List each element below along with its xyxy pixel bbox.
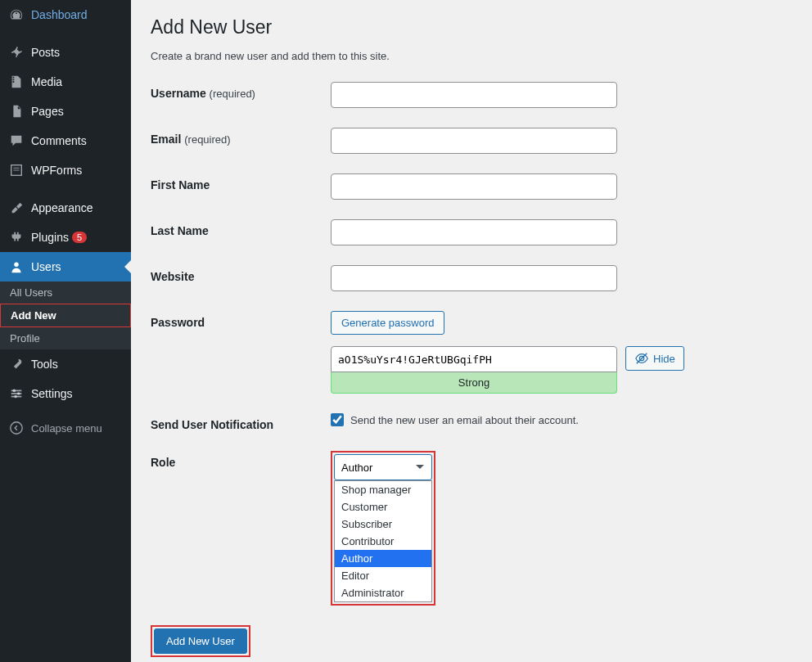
notification-checkbox[interactable]	[331, 413, 344, 426]
collapse-label: Collapse menu	[31, 422, 102, 435]
svg-point-9	[14, 395, 17, 399]
page-title: Add New User	[151, 16, 792, 38]
comment-icon	[8, 133, 25, 149]
svg-point-10	[11, 422, 22, 434]
main-content: Add New User Create a brand new user and…	[131, 0, 812, 662]
media-icon	[8, 74, 25, 90]
hide-password-button[interactable]: Hide	[625, 346, 684, 371]
email-input[interactable]	[331, 128, 617, 154]
pin-icon	[8, 44, 25, 61]
notification-label: Send User Notification	[151, 413, 331, 431]
svg-point-7	[13, 390, 16, 393]
notification-checkbox-wrap[interactable]: Send the new user an email about their a…	[331, 413, 792, 426]
sidebar-label: Plugins	[31, 231, 69, 244]
user-icon	[8, 259, 25, 275]
sidebar-item-pages[interactable]: Pages	[0, 97, 131, 126]
sidebar-item-appearance[interactable]: Appearance	[0, 193, 131, 223]
website-label: Website	[151, 265, 331, 283]
generate-password-button[interactable]: Generate password	[331, 311, 444, 335]
sidebar-item-dashboard[interactable]: Dashboard	[0, 0, 131, 29]
sidebar-label: Posts	[31, 46, 60, 59]
sidebar-item-settings[interactable]: Settings	[0, 379, 131, 408]
collapse-icon	[8, 420, 25, 436]
users-submenu: All Users Add New Profile	[0, 281, 131, 349]
dashboard-icon	[8, 7, 25, 23]
role-option-shop-manager[interactable]: Shop manager	[335, 481, 431, 498]
username-input[interactable]	[331, 82, 617, 108]
sidebar-item-media[interactable]: Media	[0, 67, 131, 97]
sidebar-item-comments[interactable]: Comments	[0, 126, 131, 155]
form-icon	[8, 162, 25, 178]
lastname-label: Last Name	[151, 219, 331, 237]
role-option-contributor[interactable]: Contributor	[335, 533, 431, 550]
role-option-administrator[interactable]: Administrator	[335, 584, 431, 601]
submenu-add-new[interactable]: Add New	[0, 304, 131, 327]
page-icon	[8, 103, 25, 119]
password-label: Password	[151, 311, 331, 329]
role-option-editor[interactable]: Editor	[335, 567, 431, 584]
collapse-menu[interactable]: Collapse menu	[0, 413, 131, 443]
role-dropdown: Shop manager Customer Subscriber Contrib…	[334, 480, 432, 602]
plugins-badge: 5	[72, 232, 87, 243]
role-option-customer[interactable]: Customer	[335, 498, 431, 516]
sidebar-label: Media	[31, 75, 62, 88]
sidebar-item-posts[interactable]: Posts	[0, 38, 131, 67]
password-strength: Strong	[331, 372, 617, 394]
website-input[interactable]	[331, 265, 617, 291]
add-new-user-button[interactable]: Add New User	[154, 628, 247, 654]
username-label: Username (required)	[151, 82, 331, 100]
brush-icon	[8, 200, 25, 216]
notification-text: Send the new user an email about their a…	[350, 414, 579, 426]
role-select[interactable]	[334, 454, 432, 480]
page-subtitle: Create a brand new user and add them to …	[151, 50, 792, 62]
sidebar-label: Settings	[31, 387, 73, 400]
role-option-subscriber[interactable]: Subscriber	[335, 516, 431, 533]
settings-icon	[8, 385, 25, 402]
svg-point-3	[14, 263, 18, 267]
sidebar-item-users[interactable]: Users	[0, 252, 131, 281]
role-highlight: Shop manager Customer Subscriber Contrib…	[331, 451, 435, 606]
submit-highlight: Add New User	[151, 625, 250, 657]
plugin-icon	[8, 229, 25, 245]
sidebar-label: Pages	[31, 105, 64, 118]
sidebar-label: Comments	[31, 134, 87, 147]
sidebar-label: Appearance	[31, 201, 93, 214]
sidebar-label: WPForms	[31, 164, 82, 177]
eye-slash-icon	[634, 351, 649, 366]
svg-point-8	[17, 392, 20, 395]
admin-sidebar: Dashboard Posts Media Pages Comments WPF…	[0, 0, 131, 662]
submenu-profile[interactable]: Profile	[0, 327, 131, 349]
firstname-label: First Name	[151, 173, 331, 191]
sidebar-label: Users	[31, 260, 61, 273]
password-input[interactable]	[331, 346, 617, 372]
role-option-author[interactable]: Author	[335, 550, 431, 567]
sidebar-item-tools[interactable]: Tools	[0, 349, 131, 379]
lastname-input[interactable]	[331, 219, 617, 245]
sidebar-item-plugins[interactable]: Plugins 5	[0, 223, 131, 252]
role-label: Role	[151, 451, 331, 469]
submenu-all-users[interactable]: All Users	[0, 281, 131, 304]
wrench-icon	[8, 356, 25, 372]
sidebar-item-wpforms[interactable]: WPForms	[0, 155, 131, 185]
sidebar-label: Dashboard	[31, 8, 88, 21]
firstname-input[interactable]	[331, 173, 617, 200]
email-label: Email (required)	[151, 128, 331, 146]
sidebar-label: Tools	[31, 358, 58, 371]
